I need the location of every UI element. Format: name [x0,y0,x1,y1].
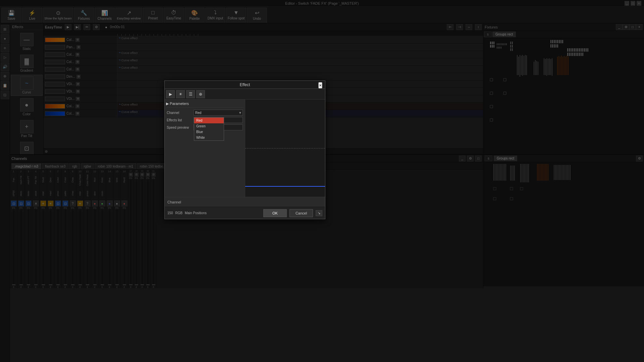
ok-button[interactable]: OK [263,209,287,217]
dropdown-item-white[interactable]: White [194,135,224,140]
params-header: ▶ Parameters [166,101,244,108]
bottom-val2: RGB [175,211,182,215]
param-effects-list-label: Effects list [167,118,194,122]
bottom-val3: Main Positions [185,211,207,215]
param-channel-value[interactable]: Red ▼ Red Green Blue White [194,110,243,116]
effect-dialog-buttons: 150 RGB Main Positions OK Cancel ↘ [165,207,325,219]
modal-overlay: Effect × ▶ ☀ ☰ ⊕ ▶ Parameters Channel [0,0,644,362]
channel-footer-label: Channel [167,200,181,204]
param-channel-label: Channel [167,111,194,115]
dropdown-arrow-icon: ▼ [238,111,242,115]
effect-light-button[interactable]: ☀ [176,90,185,98]
dropdown-item-blue[interactable]: Blue [194,129,224,135]
effect-dialog-body: ▶ Parameters Channel Red ▼ Red Green Blu… [165,100,325,197]
params-header-toggle[interactable]: ▶ [166,102,169,106]
effect-play-button[interactable]: ▶ [166,90,175,98]
effect-dialog-title-text: Effect [240,82,250,87]
bottom-val1: 150 [167,211,173,215]
channel-dropdown[interactable]: Red Green Blue White [194,117,224,141]
preview-dashed-line [245,148,325,148]
effect-dialog-toolbar: ▶ ☀ ☰ ⊕ [165,89,325,100]
param-speed-preview-label: Speed preview [167,126,194,129]
cancel-button[interactable]: Cancel [289,209,313,217]
dropdown-item-green[interactable]: Green [194,123,224,129]
param-row-channel: Channel Red ▼ Red Green Blue White [166,109,244,116]
effect-dialog: Effect × ▶ ☀ ☰ ⊕ ▶ Parameters Channel [164,80,325,219]
preview-blue-line [245,186,325,187]
param-channel-text: Red [195,111,201,115]
effect-dialog-title: Effect × [165,81,325,89]
effect-dialog-footer: Channel [165,197,325,207]
effect-dialog-close-button[interactable]: × [318,82,322,88]
dialog-resize-button[interactable]: ↘ [316,210,322,216]
effect-target-button[interactable]: ⊕ [196,90,205,98]
preview-panel [245,100,325,197]
dropdown-item-red[interactable]: Red [194,118,224,123]
params-header-text: Parameters [170,102,189,106]
effect-list-button[interactable]: ☰ [186,90,195,98]
params-panel: ▶ Parameters Channel Red ▼ Red Green Blu… [165,100,245,197]
